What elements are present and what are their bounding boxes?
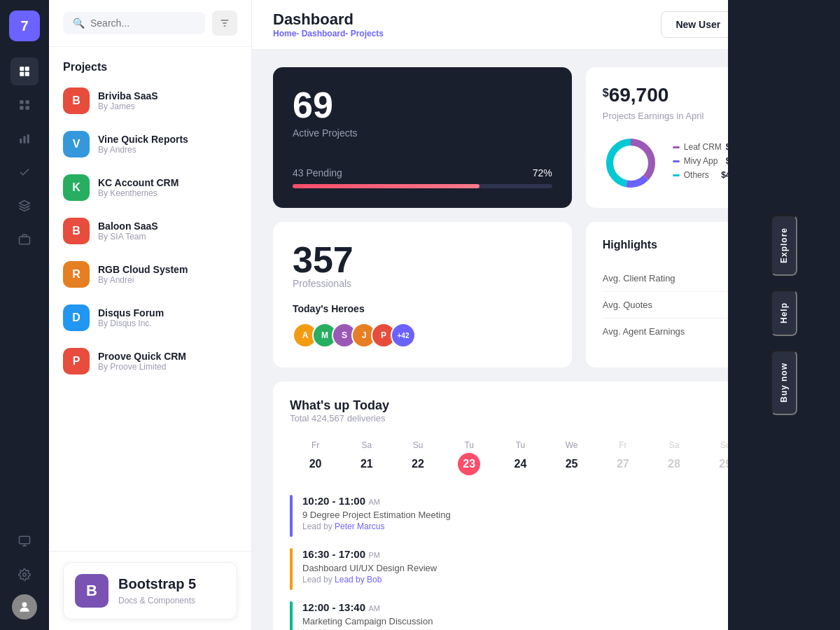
earnings-amount-wrap: $69,700 bbox=[603, 84, 669, 106]
pending-label: 43 Pending bbox=[293, 167, 342, 178]
calendar-title: What's up Today bbox=[290, 398, 802, 413]
svg-rect-0 bbox=[20, 66, 24, 71]
event-item: 12:00 - 13:40 AM Marketing Campaign Disc… bbox=[290, 601, 802, 630]
project-list: B Briviba SaaS By James V Vine Quick Rep… bbox=[49, 80, 251, 551]
ap-bottom: 43 Pending 72% bbox=[293, 167, 552, 188]
nav-icon-layers[interactable] bbox=[10, 192, 38, 220]
day-name: Su bbox=[395, 440, 440, 450]
user-avatar[interactable] bbox=[12, 594, 37, 620]
event-lead: Lead by Lead by Bob bbox=[302, 575, 437, 584]
event-name: Marketing Campaign Discussion bbox=[302, 616, 433, 626]
event-lead-link[interactable]: Lead by Bob bbox=[335, 575, 382, 584]
search-input[interactable] bbox=[90, 18, 195, 29]
highlight-name: Avg. Quotes bbox=[603, 300, 652, 310]
svg-rect-6 bbox=[20, 106, 23, 110]
buynow-button[interactable]: Buy now bbox=[771, 350, 797, 415]
project-item[interactable]: V Vine Quick Reports By Andres bbox=[56, 124, 244, 164]
sidebar: 🔍 Projects B Briviba SaaS By James V Vin… bbox=[49, 0, 252, 630]
event-time: 12:00 - 13:40 bbox=[302, 601, 365, 613]
search-box[interactable]: 🔍 bbox=[63, 12, 205, 34]
legend-name: Mivy App bbox=[684, 156, 722, 166]
project-name: Vine Quick Reports bbox=[98, 134, 188, 145]
right-panel: Explore Help Buy now bbox=[728, 0, 840, 630]
project-item[interactable]: D Disqus Forum By Disqus Inc. bbox=[56, 298, 244, 338]
nav-icon-chart[interactable] bbox=[10, 125, 38, 153]
calendar-day[interactable]: Sa 28 bbox=[648, 435, 699, 481]
project-name: Proove Quick CRM bbox=[98, 351, 186, 362]
project-name: Baloon SaaS bbox=[98, 220, 158, 232]
project-by: By Proove Limited bbox=[98, 362, 186, 372]
project-name: Briviba SaaS bbox=[98, 90, 158, 102]
event-bar bbox=[290, 601, 293, 630]
day-number: 20 bbox=[304, 453, 327, 475]
progress-bar-fill bbox=[293, 184, 479, 188]
event-item: 10:20 - 11:00 AM 9 Degree Project Estima… bbox=[290, 495, 802, 537]
calendar-day[interactable]: Fr 27 bbox=[597, 435, 648, 481]
breadcrumb-text: Home- Dashboard- Projects bbox=[273, 29, 384, 38]
earnings-amount: 69,700 bbox=[609, 84, 669, 106]
event-item: 16:30 - 17:00 PM Dashboard UI/UX Design … bbox=[290, 548, 802, 590]
project-icon: P bbox=[63, 348, 90, 374]
project-item[interactable]: P Proove Quick CRM By Proove Limited bbox=[56, 341, 244, 382]
legend-name: Others bbox=[684, 170, 717, 180]
explore-button[interactable]: Explore bbox=[771, 215, 797, 276]
nav-icon-monitor[interactable] bbox=[10, 527, 38, 555]
event-bar bbox=[290, 495, 293, 537]
new-user-button[interactable]: New User bbox=[661, 11, 735, 38]
event-name: 9 Degree Project Estimation Meeting bbox=[302, 510, 451, 520]
day-number: 22 bbox=[407, 453, 429, 475]
page-title: Dashboard bbox=[273, 10, 384, 29]
project-item[interactable]: B Briviba SaaS By James bbox=[56, 80, 244, 121]
pending-percent: 72% bbox=[533, 167, 552, 178]
project-by: By James bbox=[98, 102, 158, 111]
project-by: By Disqus Inc. bbox=[98, 318, 164, 328]
active-projects-card: 69 Active Projects 43 Pending 72% bbox=[273, 67, 572, 208]
app-avatar[interactable]: 7 bbox=[9, 10, 40, 41]
day-number: 25 bbox=[561, 453, 583, 475]
docs-link[interactable]: Docs & Components bbox=[118, 596, 196, 606]
event-time: 10:20 - 11:00 bbox=[302, 495, 365, 507]
svg-rect-8 bbox=[20, 139, 22, 144]
project-by: By Andrei bbox=[98, 275, 188, 285]
icon-bar: 7 bbox=[0, 0, 49, 630]
event-details: 16:30 - 17:00 PM Dashboard UI/UX Design … bbox=[302, 548, 437, 584]
legend-name: Leaf CRM bbox=[684, 142, 722, 152]
project-icon: K bbox=[63, 174, 90, 201]
project-item[interactable]: R RGB Cloud System By Andrei bbox=[56, 254, 244, 295]
project-item[interactable]: B Baloon SaaS By SIA Team bbox=[56, 211, 244, 251]
search-icon: 🔍 bbox=[73, 18, 85, 29]
event-details: 12:00 - 13:40 AM Marketing Campaign Disc… bbox=[302, 601, 433, 630]
calendar-day[interactable]: Tu 24 bbox=[495, 435, 546, 481]
project-by: By Andres bbox=[98, 145, 188, 155]
sidebar-header: 🔍 bbox=[49, 0, 251, 47]
event-lead-link[interactable]: Peter Marcus bbox=[335, 522, 384, 531]
bootstrap-label: Bootstrap 5 bbox=[118, 576, 196, 592]
heroes-section: Today's Heroes AMSJP+42 bbox=[293, 303, 552, 348]
svg-rect-7 bbox=[26, 106, 29, 110]
nav-icon-check[interactable] bbox=[10, 158, 38, 186]
professionals-card: 357 Professionals Today's Heroes AMSJP+4… bbox=[273, 222, 572, 368]
nav-icon-settings[interactable] bbox=[10, 561, 38, 589]
bootstrap-icon: B bbox=[75, 574, 108, 608]
calendar-day[interactable]: Su 22 bbox=[392, 435, 443, 481]
calendar-day[interactable]: Fr 20 bbox=[290, 435, 341, 481]
filter-button[interactable] bbox=[212, 10, 237, 36]
project-by: By SIA Team bbox=[98, 232, 158, 241]
help-button[interactable]: Help bbox=[771, 290, 797, 336]
day-name: Sa bbox=[651, 440, 696, 450]
calendar-day[interactable]: Sa 21 bbox=[341, 435, 392, 481]
project-item[interactable]: K KC Account CRM By Keenthemes bbox=[56, 167, 244, 208]
project-icon: B bbox=[63, 218, 90, 244]
calendar-day[interactable]: We 25 bbox=[546, 435, 597, 481]
day-name: Tu bbox=[498, 440, 543, 450]
nav-icon-dashboard[interactable] bbox=[10, 57, 38, 85]
day-number: 24 bbox=[509, 453, 531, 475]
bootstrap-card: B Bootstrap 5 Docs & Components bbox=[63, 562, 237, 620]
day-name: Fr bbox=[293, 440, 338, 450]
nav-icon-grid[interactable] bbox=[10, 91, 38, 119]
calendar-day[interactable]: Tu 23 bbox=[444, 435, 495, 481]
event-period: AM bbox=[369, 604, 381, 612]
event-time-wrap: 10:20 - 11:00 AM bbox=[302, 495, 451, 507]
nav-icon-briefcase[interactable] bbox=[10, 225, 38, 253]
day-name: Sa bbox=[344, 440, 389, 450]
